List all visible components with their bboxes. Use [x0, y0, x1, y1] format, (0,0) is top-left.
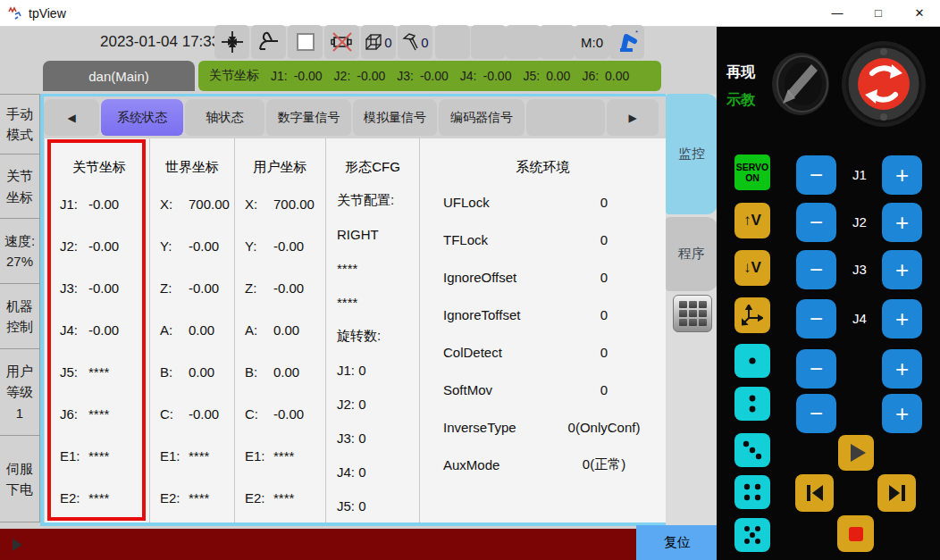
column-system-environment: 系统环境 UFLock0 TFLock0 IgnoreOffset0 Ignor…	[420, 138, 666, 522]
close-button[interactable]: ✕	[904, 0, 935, 26]
toolbar-blank-button-2[interactable]	[471, 25, 506, 59]
sidebar-item-user-level[interactable]: 用户等级1	[0, 348, 40, 435]
tool-counter-button[interactable]: 0	[398, 25, 432, 59]
coordinate-axes-icon	[742, 305, 763, 326]
mode-label-teach: 示教	[726, 91, 755, 110]
user-row: Z:-0.00	[235, 267, 325, 309]
emergency-stop-button[interactable]	[840, 39, 927, 132]
group-5-button[interactable]	[734, 518, 770, 552]
jog-j3-plus-button[interactable]: +	[882, 250, 922, 289]
jog-j2-plus-button[interactable]: +	[882, 203, 922, 242]
group-2-button[interactable]	[734, 387, 770, 421]
mode-label-play: 再现	[726, 63, 755, 82]
step-back-button[interactable]	[795, 474, 834, 512]
joint-row: E1:****	[50, 435, 148, 477]
dice-1-icon	[739, 348, 766, 373]
column-configuration: 形态CFG 关节配置: RIGHT **** **** 旋转数: J1: 0 J…	[326, 138, 419, 522]
group-3-button[interactable]	[734, 433, 770, 467]
joint-row: E2:****	[50, 477, 148, 519]
alarm-status-bar	[0, 529, 636, 560]
hammer-count: 0	[421, 35, 428, 50]
motor-off-button[interactable]	[324, 25, 359, 59]
servo-on-button[interactable]: SERVO ON	[734, 155, 770, 190]
jog-aux2-plus-button[interactable]: +	[882, 394, 922, 433]
tab-scroll-left-button[interactable]: ◀	[44, 99, 99, 136]
robot-arm-button[interactable]: *	[609, 25, 644, 59]
speed-down-button[interactable]: ↓V	[734, 250, 770, 286]
env-row: IgnoreToffset0	[420, 296, 666, 333]
jog-j1-plus-button[interactable]: +	[882, 155, 922, 195]
cfg-column-title: 形态CFG	[326, 138, 419, 183]
sidebar-item-speed[interactable]: 速度:27%	[0, 218, 40, 283]
sidebar-item-servo-power-off[interactable]: 伺服下电	[0, 435, 40, 522]
keypad-grid-icon	[679, 301, 707, 326]
program-tab-dan-main[interactable]: dan(Main)	[43, 61, 195, 91]
side-tab-monitor[interactable]: 监控	[666, 94, 718, 214]
tab-encoder-signals[interactable]: 编码器信号	[439, 99, 525, 136]
tab-scroll-right-button[interactable]: ▶	[607, 99, 659, 136]
sidebar-item-joint-coord[interactable]: 关节坐标	[0, 154, 40, 218]
coordinate-frame-button[interactable]	[734, 297, 770, 333]
world-row: A:0.00	[150, 309, 234, 351]
alarm-expand-icon[interactable]	[13, 539, 22, 551]
speed-up-button[interactable]: ↑V	[734, 203, 770, 238]
reset-button[interactable]: 复位	[636, 525, 718, 560]
tab-system-status[interactable]: 系统状态	[101, 99, 183, 136]
tab-analog-signals[interactable]: 模拟量信号	[353, 99, 437, 136]
joint-row: J1:-0.00	[50, 183, 148, 225]
knob-icon	[770, 50, 835, 118]
keypad-button[interactable]	[673, 295, 712, 332]
hammer-icon	[401, 32, 419, 52]
tab-blank[interactable]	[526, 99, 605, 136]
jog-aux2-minus-button[interactable]: −	[796, 394, 836, 433]
side-tab-program[interactable]: 程序	[666, 217, 718, 291]
world-row: E2:****	[150, 477, 234, 519]
mode-selector-knob[interactable]	[770, 50, 835, 121]
env-row: SoftMov0	[420, 371, 666, 408]
maximize-button[interactable]: □	[863, 0, 894, 26]
play-button[interactable]	[838, 435, 874, 471]
program-tab-label: dan(Main)	[88, 69, 149, 84]
hand-jog-button[interactable]	[251, 25, 286, 59]
group-1-button[interactable]	[734, 344, 770, 378]
joint-readout-j3: J3:-0.00	[397, 69, 449, 83]
toolbar-blank-button-4[interactable]	[540, 25, 575, 59]
toolbar-blank-button-3[interactable]	[506, 25, 541, 59]
user-row: B:0.00	[235, 351, 325, 393]
app-icon	[7, 5, 23, 21]
jog-aux1-minus-button[interactable]: −	[796, 349, 836, 389]
mode-counter-button[interactable]: M:0	[575, 25, 609, 59]
step-forward-button[interactable]	[877, 474, 916, 512]
env-row: AuxMode0(正常)	[420, 446, 666, 483]
tab-axis-status[interactable]: 轴状态	[185, 99, 264, 136]
world-column-title: 世界坐标	[150, 138, 234, 183]
tab-digital-signals[interactable]: 数字量信号	[266, 99, 351, 136]
converge-arrows-button[interactable]	[214, 25, 249, 59]
speed-up-icon: ↑V	[743, 212, 761, 230]
emergency-stop-icon	[840, 39, 927, 129]
minimize-button[interactable]: —	[822, 0, 852, 26]
joint-row: J6:****	[50, 393, 148, 435]
jog-j4-plus-button[interactable]: +	[882, 299, 922, 339]
square-indicator-button[interactable]	[288, 25, 323, 59]
sidebar-item-machine-control[interactable]: 机器控制	[0, 283, 40, 348]
stop-button[interactable]	[837, 515, 874, 552]
dice-3-icon	[739, 438, 766, 463]
toolbar-blank-button-1[interactable]	[435, 25, 470, 59]
window-title: tpView	[29, 6, 66, 21]
converge-arrows-icon	[221, 30, 244, 54]
group-4-button[interactable]	[734, 475, 770, 509]
sidebar-item-manual-mode[interactable]: 手动模式	[0, 94, 40, 154]
jog-j1-minus-button[interactable]: −	[796, 155, 836, 195]
world-row: X:700.00	[150, 183, 234, 225]
user-row: E1:****	[235, 435, 325, 477]
jog-aux1-plus-button[interactable]: +	[882, 349, 922, 389]
jog-j2-minus-button[interactable]: −	[796, 203, 836, 242]
jog-j4-minus-button[interactable]: −	[796, 299, 836, 339]
cube-counter-button[interactable]: 0	[361, 25, 396, 59]
jog-j3-minus-button[interactable]: −	[796, 250, 836, 289]
plus-icon: +	[895, 355, 909, 383]
square-indicator-icon	[297, 33, 315, 51]
env-row: TFLock0	[420, 221, 666, 258]
plus-icon: +	[895, 256, 909, 284]
